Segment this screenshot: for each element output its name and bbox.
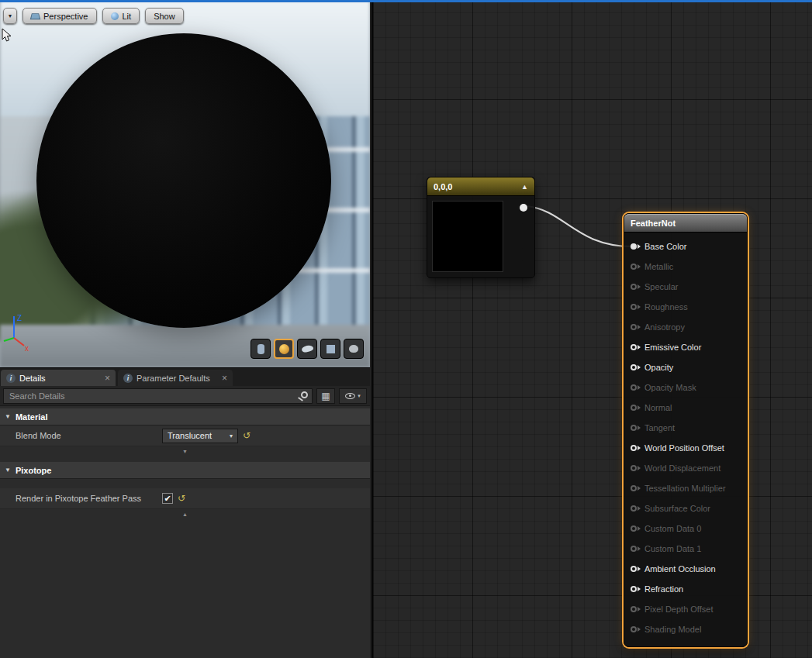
pin-circle-icon[interactable] (631, 344, 637, 350)
tab-parameter-defaults-label: Parameter Defaults (136, 374, 210, 383)
pin-circle-icon[interactable] (631, 525, 637, 532)
pin-circle-icon[interactable] (631, 425, 637, 431)
section-pixotope-title: Pixotope (16, 466, 51, 475)
collapse-expander[interactable]: ▲ (0, 509, 370, 518)
perspective-button[interactable]: Perspective (22, 8, 96, 24)
show-menu-button[interactable]: Show (145, 8, 184, 24)
section-collapse-icon[interactable]: ▼ (5, 413, 11, 420)
pin-circle-icon[interactable] (631, 284, 637, 290)
lit-mode-button[interactable]: Lit (102, 8, 140, 24)
preview-sphere-mesh[interactable] (36, 33, 331, 328)
preview-shape-cylinder-button[interactable] (251, 339, 271, 359)
preview-viewport[interactable]: ▾ Perspective Lit Show (0, 0, 370, 367)
material-pin-emissive-color[interactable]: Emissive Color (624, 337, 747, 357)
tab-details[interactable]: i Details × (1, 370, 116, 386)
pin-arrow-icon (638, 264, 641, 269)
preview-shape-cube-button[interactable] (320, 339, 340, 359)
material-pin-tangent[interactable]: Tangent (624, 418, 747, 438)
material-pin-anisotropy[interactable]: Anisotropy (624, 317, 747, 337)
material-pin-opacity-mask[interactable]: Opacity Mask (624, 377, 747, 398)
cube-icon (327, 345, 335, 353)
material-pin-custom-data-1[interactable]: Custom Data 1 (624, 539, 747, 559)
material-pin-base-color[interactable]: Base Color (624, 236, 747, 257)
viewport-options-button[interactable]: ▾ (3, 8, 17, 24)
pin-label: Opacity (644, 363, 673, 372)
material-pin-subsurface-color[interactable]: Subsurface Color (624, 498, 747, 518)
advanced-expander[interactable]: ▼ (0, 446, 370, 456)
material-pin-roughness[interactable]: Roughness (624, 297, 747, 317)
pin-circle-icon[interactable] (631, 606, 637, 612)
section-collapse-icon[interactable]: ▼ (5, 467, 11, 474)
collapse-node-icon[interactable]: ▲ (521, 183, 528, 191)
close-icon[interactable]: × (222, 374, 227, 383)
pin-arrow-icon (638, 345, 641, 350)
pin-circle-icon[interactable] (631, 586, 637, 592)
pin-circle-icon[interactable] (631, 304, 637, 310)
section-header-material[interactable]: ▼ Material (0, 408, 370, 425)
pin-circle-icon[interactable] (631, 445, 637, 451)
material-pin-refraction[interactable]: Refraction (624, 579, 747, 599)
preview-shape-bar (251, 339, 364, 359)
material-node-title: FeatherNot (631, 219, 676, 228)
preview-shape-plane-button[interactable] (297, 339, 317, 359)
pin-arrow-icon (638, 587, 641, 591)
pin-circle-icon[interactable] (631, 465, 637, 471)
pin-circle-icon[interactable] (631, 566, 637, 572)
material-output-node[interactable]: FeatherNot Base ColorMetallicSpecularRou… (624, 213, 748, 647)
close-icon[interactable]: × (105, 374, 110, 383)
material-pin-world-displacement[interactable]: World Displacement (624, 458, 747, 478)
pin-circle-icon[interactable] (631, 384, 637, 391)
pin-arrow-icon (638, 365, 641, 370)
chevron-up-icon: ▲ (182, 512, 188, 517)
section-header-pixotope[interactable]: ▼ Pixotope (0, 462, 370, 479)
constant-output-pin[interactable] (520, 204, 527, 212)
pin-circle-icon[interactable] (631, 505, 637, 512)
view-options-button[interactable]: ▾ (339, 388, 367, 404)
feather-pass-label: Render in Pixotope Feather Pass (0, 494, 162, 503)
color-swatch[interactable] (432, 201, 503, 272)
material-graph-canvas[interactable]: 0,0,0 ▲ FeatherNot Base ColorMetallicSpe… (371, 0, 812, 658)
search-box (3, 388, 313, 404)
pin-circle-icon[interactable] (631, 364, 637, 370)
axis-z-label: Z (17, 314, 22, 322)
material-pin-normal[interactable]: Normal (624, 398, 747, 418)
material-pin-metallic[interactable]: Metallic (624, 257, 747, 277)
material-editor-window: ▾ Perspective Lit Show (0, 0, 812, 658)
preview-shape-sphere-button[interactable] (274, 339, 294, 359)
material-pin-pixel-depth-offset[interactable]: Pixel Depth Offset (624, 599, 747, 619)
pin-label: Anisotropy (644, 322, 685, 332)
material-pin-tessellation-multiplier[interactable]: Tessellation Multiplier (624, 478, 747, 498)
perspective-icon (30, 13, 41, 19)
grid-icon: ▦ (321, 391, 330, 401)
pin-circle-icon[interactable] (631, 405, 637, 411)
blend-mode-dropdown[interactable]: Translucent ▾ (162, 429, 238, 443)
pin-circle-icon[interactable] (631, 243, 637, 250)
custom-mesh-icon (349, 345, 358, 353)
feather-pass-checkbox[interactable]: ✔ (162, 493, 173, 504)
pin-label: Roughness (644, 302, 688, 312)
material-pin-custom-data-0[interactable]: Custom Data 0 (624, 518, 747, 539)
search-details-input[interactable] (3, 388, 313, 404)
axis-gizmo: Z x (3, 308, 40, 352)
pin-circle-icon[interactable] (631, 626, 637, 632)
reset-to-default-icon[interactable]: ↺ (243, 431, 251, 440)
pin-circle-icon[interactable] (631, 264, 637, 270)
material-node-header[interactable]: FeatherNot (624, 214, 747, 233)
show-label: Show (154, 12, 175, 21)
material-pin-ambient-occlusion[interactable]: Ambient Occlusion (624, 559, 747, 579)
material-pin-shading-model[interactable]: Shading Model (624, 619, 747, 639)
pin-circle-icon[interactable] (631, 324, 637, 330)
constant-color-node[interactable]: 0,0,0 ▲ (427, 177, 535, 278)
pin-label: Emissive Color (644, 343, 701, 352)
preview-shape-mesh-button[interactable] (344, 339, 364, 359)
tab-parameter-defaults[interactable]: i Parameter Defaults × (118, 370, 233, 386)
material-pin-world-position-offset[interactable]: World Position Offset (624, 438, 747, 458)
constant-node-header[interactable]: 0,0,0 ▲ (427, 177, 534, 196)
blend-mode-value: Translucent (168, 431, 212, 440)
pin-circle-icon[interactable] (631, 485, 637, 491)
material-pin-opacity[interactable]: Opacity (624, 357, 747, 377)
reset-to-default-icon[interactable]: ↺ (178, 494, 185, 503)
material-pin-specular[interactable]: Specular (624, 277, 747, 297)
pin-circle-icon[interactable] (631, 546, 637, 552)
property-matrix-button[interactable]: ▦ (316, 388, 335, 404)
